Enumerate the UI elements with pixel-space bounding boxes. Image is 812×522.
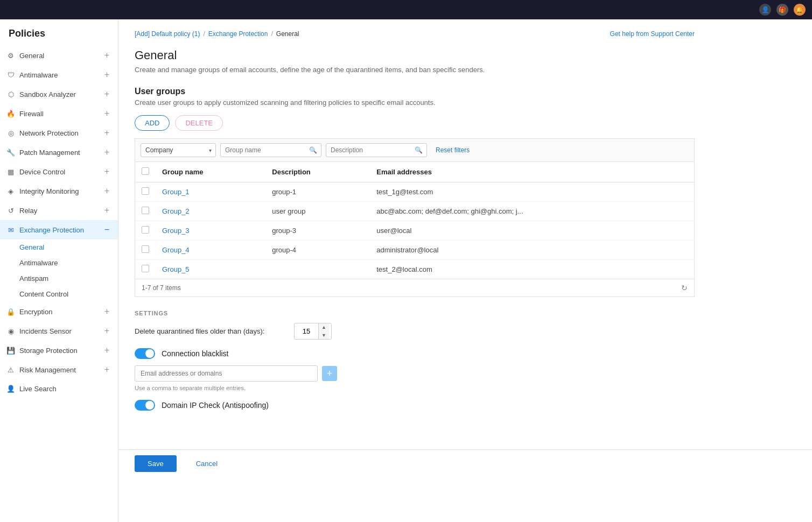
sidebar-expand-firewall[interactable]: + (104, 109, 109, 118)
col-email-addresses: Email addresses (370, 162, 694, 182)
group-emails-2: abc@abc.com; def@def.com; ghi@ghi.com; j… (370, 202, 694, 221)
quarantine-label: Delete quarantined files older than (day… (135, 327, 285, 335)
save-button[interactable]: Save (135, 455, 177, 472)
notification-icon[interactable]: 🔔 (794, 4, 806, 16)
top-bar: 👤 🎁 🔔 (0, 0, 812, 19)
page-title: General (135, 48, 695, 62)
sidebar-collapse-exchange[interactable]: − (104, 225, 109, 235)
quarantine-up-arrow[interactable]: ▲ (319, 323, 329, 331)
description-filter[interactable] (326, 143, 427, 157)
sidebar-item-livesearch[interactable]: 👤 Live Search (0, 379, 118, 398)
sidebar-item-exchange[interactable]: ✉ Exchange Protection − (0, 220, 118, 239)
connection-blacklist-label: Connection blacklist (162, 349, 229, 358)
connection-blacklist-setting: Connection blacklist (135, 348, 695, 359)
firewall-icon: 🔥 (6, 109, 15, 118)
add-button[interactable]: ADD (135, 115, 170, 131)
sidebar-item-patch[interactable]: 🔧 Patch Management + (0, 143, 118, 162)
breadcrumb-policy[interactable]: [Add] Default policy (1) (135, 30, 200, 38)
general-icon: ⚙ (6, 51, 15, 60)
domain-ip-check-toggle[interactable] (135, 400, 155, 411)
exchange-subitems: General Antimalware Antispam Content Con… (0, 239, 118, 302)
sidebar-expand-encryption[interactable]: + (104, 307, 109, 316)
row-checkbox-4[interactable] (142, 245, 149, 253)
sidebar-subitem-antimalware[interactable]: Antimalware (19, 255, 118, 271)
sidebar-item-label: Live Search (19, 385, 57, 393)
sidebar-expand-antimalware[interactable]: + (104, 70, 109, 80)
description-filter-wrap: 🔍 (326, 143, 427, 157)
device-icon: ▦ (6, 167, 15, 176)
row-checkbox-1[interactable] (142, 187, 149, 195)
sidebar-expand-storage[interactable]: + (104, 345, 109, 355)
sidebar-item-risk[interactable]: ⚠ Risk Management + (0, 360, 118, 379)
quarantine-down-arrow[interactable]: ▼ (319, 331, 329, 340)
row-checkbox-2[interactable] (142, 207, 149, 214)
sidebar-item-label: Integrity Monitoring (19, 187, 79, 195)
row-checkbox-5[interactable] (142, 265, 149, 272)
sidebar-expand-device[interactable]: + (104, 167, 109, 177)
incidents-icon: ◉ (6, 327, 15, 335)
sidebar-item-sandbox[interactable]: ⬡ Sandbox Analyzer + (0, 84, 118, 104)
sidebar-item-firewall[interactable]: 🔥 Firewall + (0, 104, 118, 123)
sidebar-item-label: Device Control (19, 168, 65, 176)
group-desc-2: user group (265, 202, 370, 221)
group-name-filter[interactable] (220, 143, 321, 157)
group-emails-1: test_1g@test.com (370, 182, 694, 202)
sidebar-item-integrity[interactable]: ◈ Integrity Monitoring + (0, 181, 118, 201)
group-name-link-4[interactable]: Group_4 (162, 246, 190, 254)
sidebar-expand-patch[interactable]: + (104, 147, 109, 157)
settings-section-label: SETTINGS (135, 310, 695, 316)
user-groups-description: Create user groups to apply customized s… (135, 98, 695, 107)
integrity-icon: ◈ (6, 187, 15, 195)
sidebar-expand-incidents[interactable]: + (104, 326, 109, 336)
row-checkbox-3[interactable] (142, 226, 149, 234)
email-blacklist-input[interactable] (135, 365, 318, 382)
sidebar-expand-integrity[interactable]: + (104, 186, 109, 196)
sidebar-item-device[interactable]: ▦ Device Control + (0, 162, 118, 181)
gift-icon[interactable]: 🎁 (776, 4, 788, 16)
group-name-link-5[interactable]: Group_5 (162, 265, 190, 273)
table-actions: ADD DELETE (135, 115, 695, 131)
email-hint: Use a comma to separate multiple entries… (135, 385, 695, 391)
delete-button[interactable]: DELETE (175, 115, 223, 131)
sidebar-item-incidents[interactable]: ◉ Incidents Sensor + (0, 321, 118, 341)
user-icon[interactable]: 👤 (759, 4, 771, 16)
sidebar-subitem-general[interactable]: General (19, 239, 118, 255)
sidebar-subitem-antispam[interactable]: Antispam (19, 271, 118, 286)
sidebar-item-label: Incidents Sensor (19, 327, 72, 335)
sidebar-expand-relay[interactable]: + (104, 206, 109, 215)
group-name-link-3[interactable]: Group_3 (162, 227, 190, 235)
sidebar-expand-network[interactable]: + (104, 128, 109, 138)
sidebar-item-label: Relay (19, 207, 37, 215)
cancel-button[interactable]: Cancel (183, 455, 230, 472)
company-filter[interactable]: Company (141, 143, 216, 157)
breadcrumb-exchange[interactable]: Exchange Protection (208, 30, 268, 38)
connection-blacklist-toggle[interactable] (135, 348, 155, 359)
quarantine-input[interactable]: 15 (295, 325, 318, 338)
add-email-button[interactable]: + (322, 366, 337, 381)
filters-row: Company ▾ 🔍 🔍 Reset filters (135, 138, 695, 161)
help-link[interactable]: Get help from Support Center (610, 30, 695, 38)
sidebar-item-encryption[interactable]: 🔒 Encryption + (0, 302, 118, 321)
reset-filters-link[interactable]: Reset filters (436, 146, 470, 154)
sidebar-item-label: Sandbox Analyzer (19, 90, 76, 98)
sidebar-item-relay[interactable]: ↺ Relay + (0, 201, 118, 220)
sidebar-subitem-content-control[interactable]: Content Control (19, 286, 118, 302)
quarantine-setting: Delete quarantined files older than (day… (135, 323, 695, 340)
user-groups-title: User groups (135, 87, 695, 96)
group-name-link-2[interactable]: Group_2 (162, 207, 190, 215)
pagination-info: 1-7 of 7 items (142, 284, 181, 292)
group-name-link-1[interactable]: Group_1 (162, 188, 190, 196)
sidebar-item-antimalware[interactable]: 🛡 Antimalware + (0, 65, 118, 84)
sidebar-expand-general[interactable]: + (104, 51, 109, 60)
sidebar-expand-sandbox[interactable]: + (104, 89, 109, 99)
patch-icon: 🔧 (6, 148, 15, 157)
sidebar-item-network[interactable]: ◎ Network Protection + (0, 123, 118, 143)
group-desc-4: group-4 (265, 241, 370, 260)
sidebar-item-general[interactable]: ⚙ General + (0, 46, 118, 65)
antimalware-icon: 🛡 (6, 70, 15, 79)
select-all-checkbox[interactable] (142, 167, 149, 175)
sidebar-item-storage[interactable]: 💾 Storage Protection + (0, 341, 118, 360)
sandbox-icon: ⬡ (6, 90, 15, 98)
sidebar-expand-risk[interactable]: + (104, 365, 109, 375)
refresh-icon[interactable]: ↻ (681, 284, 688, 292)
